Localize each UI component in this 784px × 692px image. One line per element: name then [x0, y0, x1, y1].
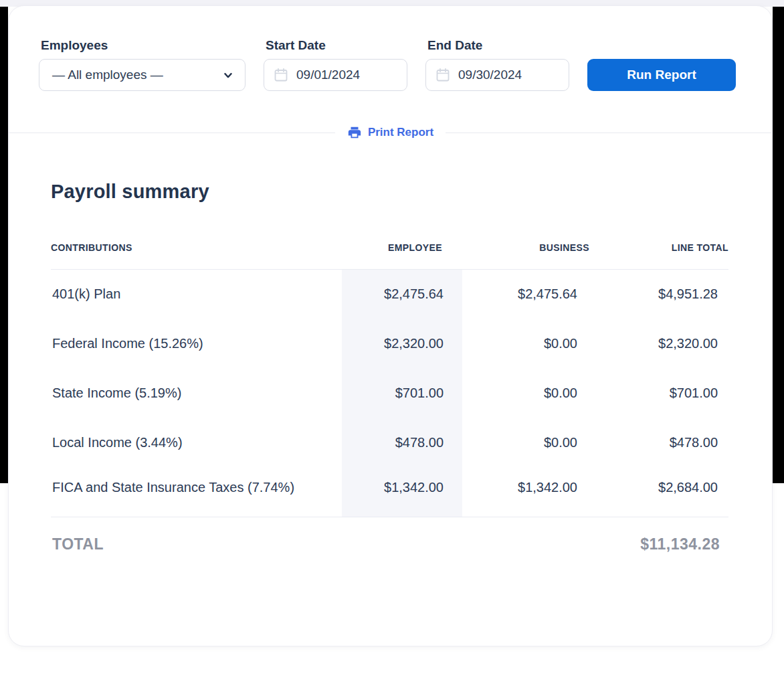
print-divider: Print Report — [9, 122, 772, 143]
table-row: 401(k) Plan $2,475.64 $2,475.64 $4,951.2… — [51, 270, 728, 319]
line-total-amount: $4,951.28 — [589, 270, 728, 319]
backdrop-right-strip — [773, 7, 784, 483]
backdrop-left-strip — [0, 7, 8, 483]
end-date-input[interactable]: 09/30/2024 — [425, 59, 569, 91]
table-row: Federal Income (15.26%) $2,320.00 $0.00 … — [51, 319, 728, 369]
employees-select[interactable]: — All employees — — [39, 59, 246, 91]
report-body: Payroll summary CONTRIBUTIONS EMPLOYEE B… — [51, 180, 727, 553]
column-header-employee: EMPLOYEE — [342, 242, 462, 270]
divider-line-left — [9, 133, 335, 133]
table-row: State Income (5.19%) $701.00 $0.00 $701.… — [51, 369, 728, 418]
divider-line-right — [446, 133, 772, 133]
table-row: FICA and State Insurance Taxes (7.74%) $… — [51, 468, 728, 517]
business-amount: $0.00 — [462, 418, 589, 468]
total-value: $11,134.28 — [640, 535, 720, 553]
column-header-business: BUSINESS — [462, 242, 589, 270]
end-date-label: End Date — [427, 38, 569, 53]
start-date-filter-group: Start Date 09/01/2024 — [264, 38, 407, 91]
page-title: Payroll summary — [51, 180, 727, 203]
contribution-label: Local Income (3.44%) — [51, 418, 342, 468]
employees-filter-group: Employees — All employees — — [39, 38, 246, 91]
print-report-link[interactable]: Print Report — [347, 125, 433, 140]
printer-icon — [347, 125, 362, 140]
contribution-label: 401(k) Plan — [51, 270, 342, 319]
total-row: TOTAL $11,134.28 — [51, 517, 728, 553]
start-date-label: Start Date — [266, 38, 407, 53]
payroll-table-body: 401(k) Plan $2,475.64 $2,475.64 $4,951.2… — [51, 270, 728, 517]
line-total-amount: $701.00 — [589, 369, 728, 418]
payroll-report-card: Employees — All employees — Start Date — [8, 5, 773, 646]
employee-amount: $1,342.00 — [342, 468, 462, 517]
business-amount: $0.00 — [462, 319, 589, 369]
start-date-input[interactable]: 09/01/2024 — [264, 59, 407, 91]
business-amount: $2,475.64 — [462, 270, 589, 319]
column-header-line-total: LINE TOTAL — [589, 242, 728, 270]
calendar-icon — [273, 67, 289, 83]
contribution-label: Federal Income (15.26%) — [51, 319, 342, 369]
contribution-label: FICA and State Insurance Taxes (7.74%) — [51, 468, 342, 517]
business-amount: $1,342.00 — [462, 468, 589, 517]
chevron-down-icon — [221, 68, 235, 82]
employee-amount: $2,320.00 — [342, 319, 462, 369]
column-header-contributions: CONTRIBUTIONS — [51, 242, 342, 270]
table-row: Local Income (3.44%) $478.00 $0.00 $478.… — [51, 418, 728, 468]
business-amount: $0.00 — [462, 369, 589, 418]
employee-amount: $478.00 — [342, 418, 462, 468]
payroll-summary-table: CONTRIBUTIONS EMPLOYEE BUSINESS LINE TOT… — [51, 242, 728, 517]
run-report-button[interactable]: Run Report — [587, 59, 736, 91]
end-date-filter-group: End Date 09/30/2024 — [425, 38, 569, 91]
line-total-amount: $478.00 — [589, 418, 728, 468]
contribution-label: State Income (5.19%) — [51, 369, 342, 418]
end-date-value: 09/30/2024 — [458, 68, 522, 82]
employee-amount: $701.00 — [342, 369, 462, 418]
total-label: TOTAL — [52, 535, 104, 553]
table-header-row: CONTRIBUTIONS EMPLOYEE BUSINESS LINE TOT… — [51, 242, 728, 270]
print-report-label: Print Report — [368, 126, 433, 139]
employee-amount: $2,475.64 — [342, 270, 462, 319]
start-date-value: 09/01/2024 — [296, 68, 360, 82]
calendar-icon — [435, 67, 451, 83]
employees-select-value: — All employees — — [52, 68, 221, 82]
line-total-amount: $2,684.00 — [589, 468, 728, 517]
report-filters: Employees — All employees — Start Date — [39, 38, 743, 91]
line-total-amount: $2,320.00 — [589, 319, 728, 369]
employees-label: Employees — [41, 38, 246, 53]
